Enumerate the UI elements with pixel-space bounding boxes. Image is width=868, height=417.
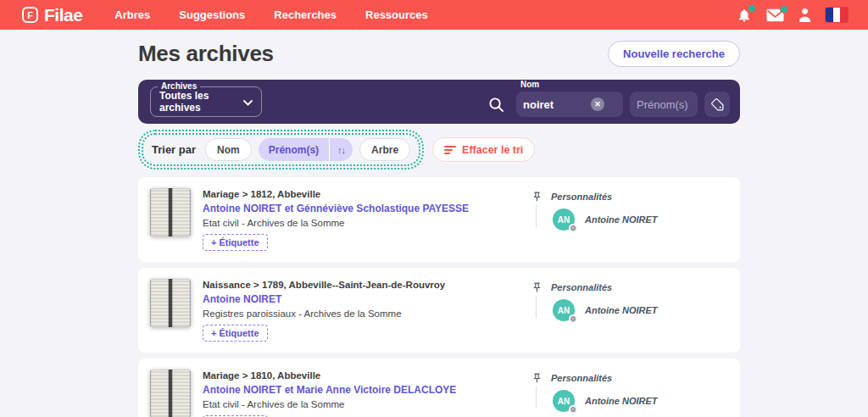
nav-item-arbres[interactable]: Arbres [114, 8, 150, 21]
sort-highlight-annotation: Trier par Nom Prénom(s) ↑↓ Arbre [138, 130, 424, 170]
nav-item-suggestions[interactable]: Suggestions [179, 8, 245, 21]
pin-icon [531, 281, 542, 293]
sort-by-label: Trier par [152, 143, 196, 156]
sort-by-firstname-label: Prénom(s) [259, 138, 329, 161]
gear-badge-icon: ⚙ [569, 224, 577, 232]
notifications-bell-icon[interactable] [737, 8, 752, 23]
lastname-input[interactable] [523, 98, 591, 111]
firstname-input[interactable] [637, 98, 691, 111]
gear-badge-icon: ⚙ [569, 314, 577, 323]
lastname-field-label: Nom [520, 80, 623, 89]
search-bar: Archives Toutes les archives Nom ✕ [138, 80, 740, 124]
page-title: Mes archives [138, 41, 274, 67]
account-person-icon[interactable] [798, 8, 811, 22]
sort-group: Trier par Nom Prénom(s) ↑↓ Arbre [142, 133, 420, 166]
sort-by-firstname-button[interactable]: Prénom(s) ↑↓ [259, 138, 353, 161]
personalities-panel: Personnalités AN ⚙ Antoine NOIRET [530, 279, 728, 342]
top-navigation: F Filae Arbres Suggestions Recherches Re… [0, 0, 868, 30]
record-source: Etat civil - Archives de la Somme [203, 218, 469, 228]
nav-item-ressources[interactable]: Ressources [365, 8, 428, 21]
gear-badge-icon: ⚙ [569, 405, 577, 414]
nav-item-recherches[interactable]: Recherches [274, 8, 337, 21]
avatar-initials: AN [558, 215, 570, 225]
person-name[interactable]: Antoine NOIRET [585, 305, 658, 315]
personalities-panel: Personnalités AN ⚙ Antoine NOIRET [530, 370, 728, 417]
results-list: Mariage > 1812, Abbeville Antoine NOIRET… [138, 177, 740, 417]
connector-line [536, 386, 537, 409]
sort-direction-arrows-icon[interactable]: ↑↓ [329, 138, 353, 161]
search-icon[interactable] [488, 97, 504, 113]
record-title: Naissance > 1789, Abbeville--Saint-Jean-… [203, 280, 445, 290]
record-title: Mariage > 1812, Abbeville [203, 189, 469, 199]
add-label-button[interactable]: + Étiquette [203, 234, 268, 251]
record-thumbnail[interactable] [150, 370, 191, 417]
person-name[interactable]: Antoine NOIRET [585, 214, 658, 225]
personalities-label: Personnalités [551, 373, 612, 383]
firstname-field-group [630, 92, 698, 117]
record-thumbnail[interactable] [150, 188, 191, 236]
filae-logo-icon: F [22, 7, 38, 23]
person-avatar[interactable]: AN ⚙ [553, 299, 575, 321]
record-source: Etat civil - Archives de la Somme [203, 399, 456, 409]
notification-dot [748, 4, 756, 13]
person-avatar[interactable]: AN ⚙ [553, 208, 575, 231]
person-avatar[interactable]: AN ⚙ [553, 390, 575, 412]
archives-select-label: Archives [158, 81, 200, 91]
avatar-initials: AN [558, 397, 570, 406]
language-flag-france[interactable] [826, 8, 848, 22]
new-search-button[interactable]: Nouvelle recherche [608, 41, 740, 67]
add-label-button[interactable]: + Étiquette [203, 325, 268, 342]
flag-red-stripe [840, 8, 848, 22]
message-dot [780, 5, 788, 14]
chevron-down-icon [243, 94, 253, 109]
avatar-initials: AN [558, 306, 570, 315]
record-thumbnail[interactable] [150, 279, 191, 327]
filae-logo[interactable]: F Filae [22, 5, 82, 25]
connector-line [536, 205, 537, 227]
clear-sort-label: Effacer le tri [462, 144, 523, 156]
personalities-panel: Personnalités AN ⚙ Antoine NOIRET [530, 188, 728, 251]
main-content: Mes archives Nouvelle recherche Archives… [138, 41, 740, 417]
clear-lastname-icon[interactable]: ✕ [591, 97, 604, 111]
record-source: Registres paroissiaux - Archives de la S… [203, 309, 445, 319]
connector-line [536, 296, 537, 318]
result-card: Mariage > 1812, Abbeville Antoine NOIRET… [138, 177, 740, 262]
lastname-field-group: Nom ✕ [516, 80, 623, 117]
record-persons-link[interactable]: Antoine NOIRET [203, 293, 445, 305]
archives-select[interactable]: Archives Toutes les archives [150, 86, 262, 117]
archives-select-value: Toutes les archives [159, 90, 243, 114]
brand-name: Filae [44, 5, 82, 25]
sort-row: Trier par Nom Prénom(s) ↑↓ Arbre Effacer… [138, 130, 740, 170]
sort-by-tree-button[interactable]: Arbre [359, 138, 410, 161]
result-card: Naissance > 1789, Abbeville--Saint-Jean-… [138, 268, 740, 353]
record-title: Mariage > 1810, Abbeville [203, 370, 456, 381]
record-persons-link[interactable]: Antoine NOIRET et Génnéviève Scholastiqu… [203, 203, 469, 214]
flag-blue-stripe [826, 8, 833, 22]
tag-filter-button[interactable] [704, 92, 730, 117]
main-nav: Arbres Suggestions Recherches Ressources [114, 8, 427, 21]
messages-envelope-icon[interactable] [766, 8, 784, 22]
pin-icon [531, 191, 542, 203]
pin-icon [531, 372, 542, 384]
personalities-label: Personnalités [551, 192, 612, 202]
personalities-label: Personnalités [551, 282, 612, 292]
flag-white-stripe [833, 8, 841, 22]
result-card: Mariage > 1810, Abbeville Antoine NOIRET… [138, 359, 740, 417]
sort-by-name-button[interactable]: Nom [205, 138, 252, 161]
clear-sort-button[interactable]: Effacer le tri [432, 137, 535, 162]
tag-icon [710, 97, 725, 112]
person-name[interactable]: Antoine NOIRET [585, 396, 658, 406]
record-persons-link[interactable]: Antoine NOIRET et Marie Anne Victoire DE… [203, 384, 456, 396]
sort-lines-icon [444, 145, 456, 155]
